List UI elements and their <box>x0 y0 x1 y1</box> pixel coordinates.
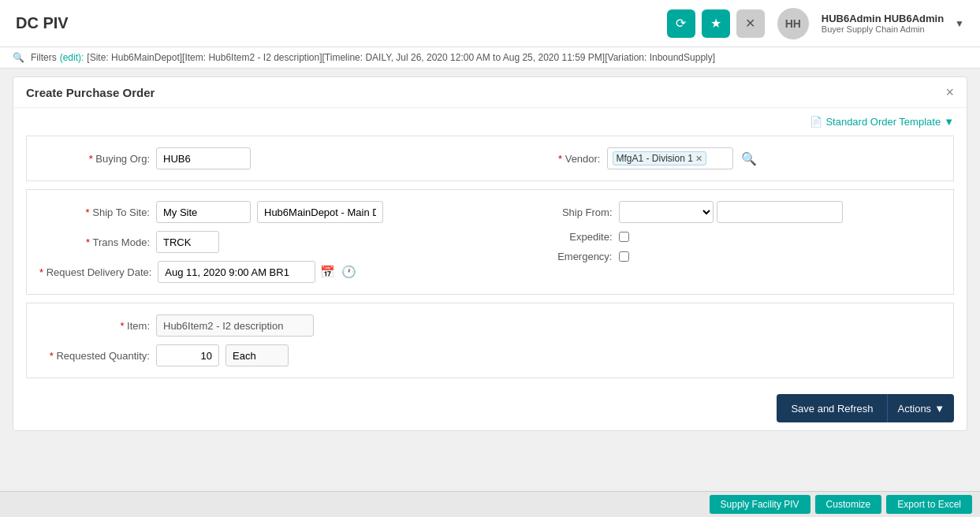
panel-header: Create Purchase Order × <box>13 77 967 108</box>
ship-to-site-row: Ship To Site: <box>39 201 479 223</box>
ship-to-site-input1[interactable] <box>156 201 251 223</box>
buying-vendor-row: Buying Org: Vendor: MfgA1 - Division 1 ✕ <box>39 147 941 169</box>
trans-mode-label: Trans Mode: <box>39 236 150 248</box>
vendor-tag: MfgA1 - Division 1 ✕ <box>613 151 706 166</box>
qty-input[interactable] <box>156 344 219 366</box>
document-icon: 📄 <box>810 116 822 128</box>
user-name: HUB6Admin HUB6Admin <box>822 13 944 24</box>
ship-from-text-input[interactable] <box>717 201 843 223</box>
template-link[interactable]: 📄 Standard Order Template ▼ <box>810 116 954 128</box>
panel-title: Create Purchase Order <box>26 86 155 99</box>
vendor-tag-input[interactable]: MfgA1 - Division 1 ✕ <box>607 147 733 169</box>
user-dropdown-arrow[interactable]: ▼ <box>955 18 964 29</box>
bottom-action-bar: Save and Refresh Actions ▼ <box>13 386 967 430</box>
shipping-left-col: Ship To Site: Trans Mode: Request Delive… <box>39 201 479 283</box>
shipping-right-col: Ship From: Expedite: Emergency: <box>479 201 941 283</box>
ship-from-select-wrap <box>619 201 843 223</box>
delivery-date-row-inner: 📅 🕐 <box>158 261 358 283</box>
user-role: Buyer Supply Chain Admin <box>822 24 944 34</box>
emergency-label: Emergency: <box>502 251 613 262</box>
refresh-button[interactable]: ⟳ <box>667 9 695 38</box>
qty-label: Requested Quantity: <box>39 350 150 362</box>
vendor-label: Vendor: <box>490 153 601 165</box>
buying-org-row: Buying Org: <box>39 147 490 169</box>
shipping-two-col: Ship To Site: Trans Mode: Request Delive… <box>39 201 941 283</box>
star-button[interactable]: ★ <box>702 9 730 38</box>
buying-org-label: Buying Org: <box>39 153 150 165</box>
qty-row: Requested Quantity: <box>39 344 941 366</box>
filter-bar: 🔍 Filters (edit): [Site: Hub6MainDepot][… <box>0 47 980 69</box>
expedite-checkbox[interactable] <box>619 232 629 242</box>
trans-mode-input[interactable] <box>156 231 219 253</box>
emergency-checkbox[interactable] <box>619 251 629 262</box>
emergency-row: Emergency: <box>502 251 941 262</box>
filter-label: Filters <box>31 52 57 63</box>
ship-from-row: Ship From: <box>502 201 941 223</box>
ship-from-select[interactable] <box>619 201 714 223</box>
calendar-icon-button[interactable]: 📅 <box>319 265 337 279</box>
buying-org-input[interactable] <box>156 147 251 169</box>
actions-dropdown-icon: ▼ <box>934 403 945 415</box>
delivery-date-label: Request Delivery Date: <box>39 266 151 278</box>
panel-close-button[interactable]: × <box>945 85 954 99</box>
vendor-row: Vendor: MfgA1 - Division 1 ✕ 🔍 <box>490 147 941 169</box>
template-link-label: Standard Order Template <box>825 116 941 128</box>
app-header: DC PIV ⟳ ★ ✕ HH HUB6Admin HUB6Admin Buye… <box>0 0 980 47</box>
create-purchase-order-panel: Create Purchase Order × 📄 Standard Order… <box>13 76 967 431</box>
search-icon: 🔍 <box>13 52 24 63</box>
item-input[interactable] <box>156 314 314 337</box>
unit-input[interactable] <box>225 344 289 366</box>
clock-icon-button[interactable]: 🕐 <box>340 265 358 279</box>
actions-label: Actions <box>897 403 931 415</box>
template-dropdown-icon: ▼ <box>944 116 954 128</box>
vendor-col: Vendor: MfgA1 - Division 1 ✕ 🔍 <box>490 147 941 169</box>
item-label: Item: <box>39 320 150 332</box>
ship-to-site-label: Ship To Site: <box>39 206 150 218</box>
ship-from-label: Ship From: <box>502 206 613 218</box>
header-icons: ⟳ ★ ✕ HH HUB6Admin HUB6Admin Buyer Suppl… <box>667 8 964 39</box>
vendor-tag-remove[interactable]: ✕ <box>695 154 702 164</box>
main-area: Create Purchase Order × 📄 Standard Order… <box>0 69 980 439</box>
delivery-date-input[interactable] <box>158 261 315 283</box>
buying-org-col: Buying Org: <box>39 147 490 169</box>
item-row: Item: <box>39 314 941 337</box>
expedite-label: Expedite: <box>502 231 613 243</box>
avatar: HH <box>777 8 809 39</box>
delivery-date-row: Request Delivery Date: 📅 🕐 <box>39 261 479 283</box>
app-title: DC PIV <box>16 14 667 32</box>
item-quantity-section: Item: Requested Quantity: <box>26 303 954 378</box>
trans-mode-row: Trans Mode: <box>39 231 479 253</box>
user-info: HUB6Admin HUB6Admin Buyer Supply Chain A… <box>822 13 944 34</box>
ship-to-site-input2[interactable] <box>257 201 383 223</box>
close-button[interactable]: ✕ <box>736 9 765 38</box>
template-row: 📄 Standard Order Template ▼ <box>13 108 967 128</box>
filter-edit-link[interactable]: (edit): <box>60 52 84 63</box>
filter-value: [Site: Hub6MainDepot][Item: Hub6Item2 - … <box>87 52 715 63</box>
actions-button[interactable]: Actions ▼ <box>887 394 954 422</box>
shipping-section: Ship To Site: Trans Mode: Request Delive… <box>26 189 954 295</box>
buying-vendor-section: Buying Org: Vendor: MfgA1 - Division 1 ✕ <box>26 136 954 181</box>
vendor-tag-text: MfgA1 - Division 1 <box>617 153 693 164</box>
vendor-search-button[interactable]: 🔍 <box>740 150 758 168</box>
expedite-row: Expedite: <box>502 231 941 243</box>
save-and-refresh-button[interactable]: Save and Refresh <box>777 394 887 422</box>
